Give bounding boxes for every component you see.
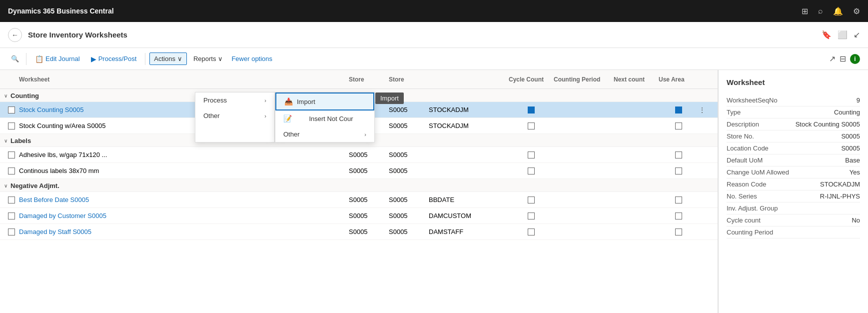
back-button[interactable]: ← xyxy=(8,28,22,42)
page-header: ← Store Inventory Worksheets 🔖 ⬜ ↙ xyxy=(0,22,868,48)
cycle-checkbox[interactable] xyxy=(528,152,535,158)
edit-journal-icon: 📋 xyxy=(35,55,43,63)
reports-chevron-icon: ∨ xyxy=(218,55,223,62)
checkbox-input[interactable] xyxy=(8,122,15,130)
cycle-checkbox[interactable] xyxy=(528,106,535,114)
dropdown-container: Process › Other › 📥 Import Import 📝 xyxy=(195,92,375,142)
row-use-area xyxy=(659,212,699,220)
checkbox-input[interactable] xyxy=(8,228,15,236)
cycle-checkbox[interactable] xyxy=(528,228,535,236)
cycle-checkbox[interactable] xyxy=(528,168,535,174)
detail-label: Inv. Adjust. Group xyxy=(727,204,778,212)
other-menu-item[interactable]: Other › xyxy=(195,108,274,124)
import-menu-item[interactable]: 📥 Import Import xyxy=(275,92,374,110)
row-cycle xyxy=(509,152,554,158)
process-menu-item[interactable]: Process › xyxy=(195,92,274,108)
gear-icon[interactable]: ⚙ xyxy=(853,6,860,16)
row-checkbox[interactable] xyxy=(4,106,19,114)
cycle-checkbox[interactable] xyxy=(528,212,535,220)
detail-label: Counting Period xyxy=(727,228,773,236)
checkbox-input[interactable] xyxy=(8,168,15,174)
row-checkbox[interactable] xyxy=(4,122,19,130)
share-icon[interactable]: ↗ xyxy=(829,54,836,64)
row-store2: S0005 xyxy=(389,196,429,204)
checkbox-input[interactable] xyxy=(8,212,15,220)
grid-icon[interactable]: ⊞ xyxy=(802,6,808,16)
detail-label: Cycle count xyxy=(727,216,761,224)
worksheet-link[interactable]: Stock Counting S0005 xyxy=(19,106,83,114)
main-area: Worksheet Store Store Cycle Count Counti… xyxy=(0,70,868,313)
group-chevron-counting[interactable]: ∨ xyxy=(4,93,7,98)
col-cycle: Cycle Count xyxy=(509,76,554,83)
table-row[interactable]: Damaged by Customer S0005 S0005 S0005 DA… xyxy=(0,208,718,224)
top-bar-icons: ⊞ ⌕ 🔔 ⚙ xyxy=(802,6,860,16)
group-label-counting: Counting xyxy=(10,92,39,100)
row-checkbox[interactable] xyxy=(4,152,19,158)
edit-journal-button[interactable]: 📋 Edit Journal xyxy=(30,52,84,66)
cycle-checkbox[interactable] xyxy=(528,122,535,130)
group-chevron-negative[interactable]: ∨ xyxy=(4,183,7,188)
worksheet-link[interactable]: Best Before Date S0005 xyxy=(19,196,89,204)
reports-label: Reports xyxy=(193,55,216,62)
use-area-checkbox[interactable] xyxy=(675,196,682,204)
collapse-icon[interactable]: ↙ xyxy=(854,30,860,40)
bookmark-icon[interactable]: 🔖 xyxy=(822,30,832,40)
group-label-labels: Labels xyxy=(10,137,31,144)
search-top-icon[interactable]: ⌕ xyxy=(818,6,823,16)
use-area-checkbox[interactable] xyxy=(675,106,682,114)
row-checkbox[interactable] xyxy=(4,196,19,204)
other-sub-arrow-icon: › xyxy=(364,132,366,138)
col-store2: Store xyxy=(389,76,429,83)
detail-label: Description xyxy=(727,120,759,128)
row-worksheet-name: Adhesive lbs, w/gap 71x120 ... xyxy=(19,151,349,158)
worksheet-link[interactable]: Damaged by Customer S0005 xyxy=(19,212,106,220)
table-row[interactable]: Continous labels 38x70 mm S0005 S0005 xyxy=(0,163,718,179)
fewer-options-link[interactable]: Fewer options xyxy=(231,55,272,62)
process-post-button[interactable]: ▶ Process/Post xyxy=(86,52,141,66)
toolbar-search-button[interactable]: 🔍 xyxy=(8,52,22,66)
info-icon[interactable]: i xyxy=(850,54,860,64)
checkbox-input[interactable] xyxy=(8,152,15,158)
use-area-checkbox[interactable] xyxy=(675,152,682,158)
row-checkbox[interactable] xyxy=(4,212,19,220)
filter-icon[interactable]: ⊟ xyxy=(840,54,846,64)
group-chevron-labels[interactable]: ∨ xyxy=(4,138,7,144)
toolbar-divider-2 xyxy=(145,53,145,65)
detail-row-type: Type Counting xyxy=(727,106,860,118)
row-checkbox[interactable] xyxy=(4,228,19,236)
row-checkbox[interactable] xyxy=(4,168,19,174)
row-menu[interactable]: ⋮ xyxy=(699,106,714,114)
row-menu-icon[interactable]: ⋮ xyxy=(699,106,706,114)
cycle-checkbox[interactable] xyxy=(528,196,535,204)
use-area-checkbox[interactable] xyxy=(675,168,682,174)
table-row[interactable]: Damaged by Staff S0005 S0005 S0005 DAMST… xyxy=(0,224,718,240)
detail-label: Reason Code xyxy=(727,180,767,188)
use-area-checkbox[interactable] xyxy=(675,122,682,130)
actions-dropdown-button[interactable]: Actions ∨ xyxy=(149,52,187,65)
bell-icon[interactable]: 🔔 xyxy=(833,6,843,16)
worksheet-link[interactable]: Damaged by Staff S0005 xyxy=(19,228,91,236)
row-worksheet-name: Damaged by Customer S0005 xyxy=(19,212,349,220)
actions-dropdown-menu: Process › Other › xyxy=(195,92,275,142)
detail-value: No xyxy=(852,216,860,224)
checkbox-input[interactable] xyxy=(8,196,15,204)
detail-row-reason-code: Reason Code STOCKADJM xyxy=(727,178,860,190)
detail-label: WorksheetSeqNo xyxy=(727,96,778,104)
reports-dropdown-button[interactable]: Reports ∨ xyxy=(189,52,228,65)
insert-not-cour-menu-item[interactable]: 📝 Insert Not Cour xyxy=(275,110,374,126)
col-use-area: Use Area xyxy=(659,76,699,83)
detail-value: Base xyxy=(845,156,860,164)
checkbox-input[interactable] xyxy=(8,106,15,114)
row-store1: S0005 xyxy=(349,167,389,174)
row-journal: DAMSTAFF xyxy=(429,228,509,236)
table-row[interactable]: Best Before Date S0005 S0005 S0005 BBDAT… xyxy=(0,192,718,208)
open-new-icon[interactable]: ⬜ xyxy=(838,30,848,40)
other-sub-menu-item[interactable]: Other › xyxy=(275,126,374,142)
detail-row-inv-adjust-group: Inv. Adjust. Group xyxy=(727,202,860,214)
row-cycle xyxy=(509,106,554,114)
insert-not-cour-label: Insert Not Cour xyxy=(309,115,353,122)
use-area-checkbox[interactable] xyxy=(675,228,682,236)
col-next: Next count xyxy=(614,76,659,83)
table-row[interactable]: Adhesive lbs, w/gap 71x120 ... S0005 S00… xyxy=(0,147,718,163)
use-area-checkbox[interactable] xyxy=(675,212,682,220)
